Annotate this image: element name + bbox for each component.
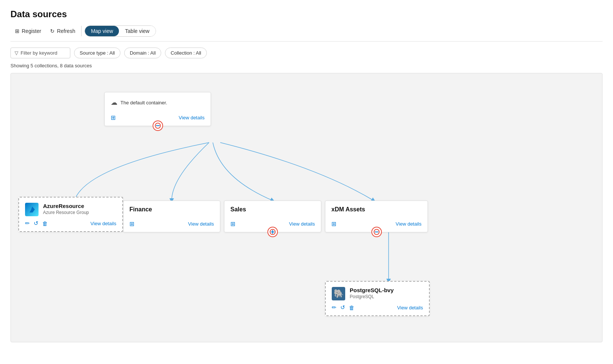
refresh-button[interactable]: ↻ Refresh <box>46 26 80 36</box>
azure-source-icon <box>25 203 39 216</box>
plus-icon <box>270 229 276 235</box>
source-type-filter[interactable]: Source type : All <box>74 48 120 58</box>
xdm-collection-card: xDM Assets ⊞ View details <box>325 201 428 232</box>
default-container-view-details[interactable]: View details <box>179 115 205 120</box>
page-title: Data sources <box>10 9 603 19</box>
register-button[interactable]: ⊞ Register <box>10 26 46 36</box>
xdm-view-details[interactable]: View details <box>396 221 422 227</box>
domain-filter[interactable]: Domain : All <box>124 48 161 58</box>
xdm-table-icon: ⊞ <box>331 220 336 227</box>
page-container: Data sources ⊞ Register ↻ Refresh Map vi… <box>0 0 613 351</box>
finance-view-details[interactable]: View details <box>188 221 214 227</box>
postgres-source-icon: 🐘 <box>332 287 345 300</box>
toolbar-divider <box>81 26 82 36</box>
default-container-card: ☁ The default container. ⊞ View details <box>104 92 211 126</box>
sales-collection-card: Sales ⊞ View details <box>224 201 321 232</box>
azure-copy-icon[interactable]: ↺ <box>34 220 39 227</box>
azure-delete-icon[interactable]: 🗑 <box>42 220 48 227</box>
map-canvas: ☁ The default container. ⊞ View details … <box>10 73 603 342</box>
filter-icon: ▽ <box>15 50 18 56</box>
default-container-label: The default container. <box>120 100 167 105</box>
toolbar: ⊞ Register ↻ Refresh Map view Table view <box>10 25 603 42</box>
sales-table-icon: ⊞ <box>230 220 235 227</box>
minus-icon <box>155 123 161 129</box>
svg-rect-6 <box>375 232 378 232</box>
postgres-view-details[interactable]: View details <box>397 305 423 311</box>
azure-view-details[interactable]: View details <box>91 221 116 226</box>
sales-expand-button[interactable] <box>267 227 278 237</box>
cloud-icon: ☁ <box>111 98 117 107</box>
table-view-button[interactable]: Table view <box>119 26 155 36</box>
map-view-button[interactable]: Map view <box>85 26 119 36</box>
filter-bar: ▽ Filter by keyword Source type : All Do… <box>10 48 603 58</box>
svg-rect-4 <box>271 232 275 232</box>
keyword-filter[interactable]: ▽ Filter by keyword <box>10 48 70 58</box>
azure-edit-icon[interactable]: ✏ <box>25 220 30 227</box>
postgres-source-card: 🐘 PostgreSQL-bvy PostgreSQL ✏ ↺ 🗑 View d… <box>325 281 430 316</box>
refresh-icon: ↻ <box>50 28 55 34</box>
xdm-collapse-button[interactable] <box>371 227 382 237</box>
postgres-copy-icon[interactable]: ↺ <box>340 304 345 311</box>
register-icon: ⊞ <box>15 28 19 34</box>
default-container-collapse-button[interactable] <box>153 120 163 131</box>
sales-view-details[interactable]: View details <box>289 221 315 227</box>
minus-icon-xdm <box>374 229 380 235</box>
showing-summary: Showing 5 collections, 8 data sources <box>10 63 603 68</box>
postgres-delete-icon[interactable]: 🗑 <box>349 305 355 311</box>
collection-filter[interactable]: Collection : All <box>165 48 207 58</box>
svg-marker-7 <box>30 207 35 212</box>
postgres-edit-icon[interactable]: ✏ <box>332 304 337 311</box>
azure-icon-svg <box>27 205 36 214</box>
finance-table-icon: ⊞ <box>129 220 134 227</box>
azure-source-card: AzureResource Azure Resource Group ✏ ↺ 🗑… <box>18 197 123 232</box>
default-container-table-icon: ⊞ <box>111 114 116 121</box>
finance-collection-card: Finance ⊞ View details <box>123 201 220 232</box>
view-toggle: Map view Table view <box>85 25 156 37</box>
svg-rect-1 <box>156 125 160 126</box>
